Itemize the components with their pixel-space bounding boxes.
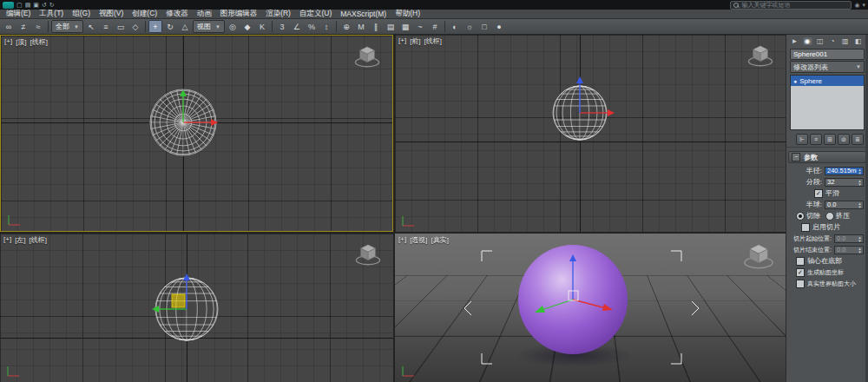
sphere-wireframe[interactable]: [0, 234, 391, 380]
viewport-general-menu[interactable]: [+]: [398, 235, 406, 245]
viewport-pov-menu[interactable]: [透视]: [410, 235, 427, 245]
spinner-down-icon[interactable]: ▾: [857, 250, 863, 254]
schematic-view-icon[interactable]: #: [428, 20, 442, 33]
viewport-shading-menu[interactable]: [真实]: [431, 235, 449, 245]
remove-modifier-icon[interactable]: ⊘: [838, 134, 850, 145]
viewcube[interactable]: [353, 239, 383, 268]
viewport-general-menu[interactable]: [+]: [398, 36, 406, 46]
viewport-top[interactable]: [+] [顶] [线框]: [0, 35, 393, 232]
percent-snap-icon[interactable]: %: [305, 20, 319, 33]
angle-snap-icon[interactable]: ∠: [290, 20, 304, 33]
rollout-header[interactable]: − 参数: [788, 151, 866, 163]
sign-in-icon[interactable]: ◉: [854, 2, 859, 9]
slice-to-spinner[interactable]: 0.0 ▴▾: [834, 246, 864, 254]
hemisphere-spinner[interactable]: 0.0 ▴▾: [825, 201, 864, 209]
graphite-ribbon-icon[interactable]: ▦: [398, 20, 412, 33]
curve-editor-icon[interactable]: ~: [413, 20, 427, 33]
window-crossing-icon[interactable]: ◇: [128, 20, 142, 33]
viewport-shading-menu[interactable]: [线框]: [30, 235, 47, 245]
squash-radio[interactable]: [825, 212, 834, 221]
menu-group[interactable]: 组(G): [68, 9, 95, 19]
mirror-icon[interactable]: M: [354, 20, 368, 33]
move-gizmo[interactable]: [576, 76, 615, 116]
application-menu-button[interactable]: [3, 2, 14, 9]
select-and-scale-icon[interactable]: △: [178, 20, 192, 33]
unlink-selection-icon[interactable]: ≠: [16, 20, 30, 33]
menu-maxscript[interactable]: MAXScript(M): [336, 10, 391, 18]
select-and-rotate-icon[interactable]: ↻: [163, 20, 177, 33]
bind-to-space-warp-icon[interactable]: ≈: [31, 20, 45, 33]
viewcube[interactable]: [352, 41, 382, 70]
segments-spinner[interactable]: 32 ▴▾: [825, 178, 864, 187]
smooth-checkbox[interactable]: ✓: [814, 189, 823, 198]
new-scene-icon[interactable]: ▢: [16, 2, 23, 9]
rendered-frame-window-icon[interactable]: □: [477, 20, 491, 33]
viewcube[interactable]: [742, 239, 775, 272]
menu-tools[interactable]: 工具(T): [35, 9, 68, 19]
spinner-down-icon[interactable]: ▾: [857, 239, 863, 242]
pin-stack-icon[interactable]: ⊩: [796, 134, 808, 145]
open-file-icon[interactable]: ▤: [25, 2, 31, 9]
create-tab-icon[interactable]: ►: [790, 37, 799, 45]
menu-animation[interactable]: 动画: [193, 9, 216, 19]
menu-customize[interactable]: 自定义(U): [295, 9, 336, 19]
slice-from-spinner[interactable]: 0.0 ▴▾: [834, 234, 864, 243]
generate-mapping-coords-checkbox[interactable]: ✓: [796, 268, 805, 277]
move-gizmo[interactable]: [535, 254, 613, 313]
select-and-manipulate-icon[interactable]: ◆: [240, 20, 254, 33]
viewport-shading-menu[interactable]: [线框]: [30, 37, 48, 47]
viewport-perspective[interactable]: [+] [透视] [真实]: [395, 234, 786, 382]
select-and-link-icon[interactable]: ∞: [2, 20, 16, 33]
object-name-field[interactable]: Sphere001: [790, 49, 865, 60]
menu-edit[interactable]: 编辑(E): [2, 9, 35, 19]
reference-coordinate-dropdown[interactable]: 视图 ▼: [193, 20, 225, 33]
menu-create[interactable]: 创建(C): [128, 9, 161, 19]
real-world-map-size-checkbox[interactable]: [796, 280, 805, 288]
viewport-front[interactable]: [+] [前] [线框]: [395, 35, 786, 232]
snaps-toggle-icon[interactable]: 3: [275, 20, 289, 33]
help-menu-icon[interactable]: ▾: [862, 2, 865, 9]
viewport-shading-menu[interactable]: [线框]: [424, 36, 442, 46]
hierarchy-tab-icon[interactable]: ◫: [815, 37, 825, 45]
viewport-left[interactable]: [+] [左] [线框]: [0, 234, 393, 382]
render-production-icon[interactable]: ●: [492, 20, 506, 33]
sphere-wireframe[interactable]: [395, 35, 786, 232]
modifier-list-dropdown[interactable]: 修改器列表 ▼: [790, 61, 865, 73]
keyboard-override-icon[interactable]: K: [255, 20, 269, 33]
display-tab-icon[interactable]: ▥: [840, 37, 850, 45]
search-box[interactable]: 输入关键字或短语: [730, 1, 852, 10]
make-unique-icon[interactable]: ⊞: [824, 134, 836, 145]
move-gizmo[interactable]: [152, 273, 190, 313]
menu-modifiers[interactable]: 修改器: [161, 9, 193, 19]
modify-tab-icon[interactable]: ◉: [803, 37, 812, 45]
selection-region-icon[interactable]: ▭: [114, 20, 128, 33]
viewport-general-menu[interactable]: [+]: [3, 235, 11, 245]
select-object-icon[interactable]: ↖: [84, 20, 98, 33]
align-icon[interactable]: ∥: [369, 20, 383, 33]
viewport-pov-menu[interactable]: [顶]: [16, 37, 26, 47]
selection-filter-dropdown[interactable]: 全部 ▼: [51, 20, 83, 33]
edit-named-selections-icon[interactable]: ⊕: [339, 20, 353, 33]
menu-rendering[interactable]: 渲染(R): [261, 9, 295, 19]
spinner-down-icon[interactable]: ▾: [857, 171, 863, 175]
menu-help[interactable]: 帮助(H): [391, 9, 424, 19]
material-editor-icon[interactable]: ◐: [448, 20, 462, 33]
sphere-wireframe[interactable]: [1, 36, 392, 231]
utilities-tab-icon[interactable]: ◧: [853, 37, 863, 45]
viewport-pov-menu[interactable]: [前]: [410, 36, 420, 46]
viewport-general-menu[interactable]: [+]: [4, 37, 12, 47]
redo-icon[interactable]: ↻: [49, 2, 55, 9]
base-to-pivot-checkbox[interactable]: [796, 257, 805, 266]
menu-graph-editors[interactable]: 图形编辑器: [216, 9, 262, 19]
configure-modifier-sets-icon[interactable]: ≣: [852, 134, 864, 145]
radius-spinner[interactable]: 240.515mm ▴▾: [825, 167, 864, 175]
chop-radio[interactable]: [796, 212, 805, 221]
spinner-snap-icon[interactable]: ↕: [319, 20, 333, 33]
show-end-result-icon[interactable]: ≡: [810, 134, 822, 145]
save-file-icon[interactable]: ▣: [33, 2, 39, 9]
select-by-name-icon[interactable]: ≡: [99, 20, 113, 33]
menu-views[interactable]: 视图(V): [95, 9, 128, 19]
use-pivot-center-icon[interactable]: ◎: [226, 20, 240, 33]
viewcube[interactable]: [746, 40, 775, 69]
select-and-move-icon[interactable]: +: [148, 20, 162, 33]
